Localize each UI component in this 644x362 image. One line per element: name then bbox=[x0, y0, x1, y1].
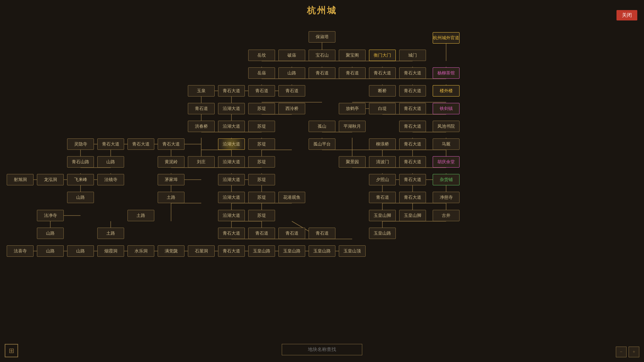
node-sudi3[interactable]: 苏堤 bbox=[248, 138, 275, 150]
node-gushan[interactable]: 孤山 bbox=[309, 121, 335, 132]
node-yanhu_dadao7[interactable]: 沿湖大道 bbox=[218, 210, 245, 221]
node-maojia_bu[interactable]: 茅家埠 bbox=[158, 174, 184, 185]
node-qingshidadao5[interactable]: 青石大道 bbox=[399, 121, 426, 132]
node-jingci_si[interactable]: 净慈寺 bbox=[433, 192, 460, 203]
node-gujing[interactable]: 古井 bbox=[433, 210, 460, 221]
node-yuhuang_shanding[interactable]: 玉皇山顶 bbox=[339, 245, 366, 257]
node-pomiao[interactable]: 破庙 bbox=[278, 50, 305, 61]
node-mafang[interactable]: 马厩 bbox=[433, 138, 460, 150]
node-feilai_feng[interactable]: 飞来峰 bbox=[67, 174, 94, 185]
node-qingshidao2[interactable]: 青石道 bbox=[339, 67, 366, 79]
node-hangzhou_wai[interactable]: 杭州城外官道 bbox=[433, 32, 460, 44]
node-qingshi_shanlu[interactable]: 青石山路 bbox=[67, 156, 94, 168]
node-huagang_guanyu[interactable]: 花港观鱼 bbox=[278, 192, 305, 203]
node-chengmen[interactable]: 城门 bbox=[399, 50, 426, 61]
search-input[interactable] bbox=[282, 344, 362, 355]
node-qingshidao5[interactable]: 青石道 bbox=[278, 85, 305, 97]
node-qingshi_dadao7[interactable]: 青石大道 bbox=[127, 138, 154, 150]
node-tulu2[interactable]: 土路 bbox=[127, 210, 154, 221]
node-henmen_damen[interactable]: 衡门大门 bbox=[369, 50, 396, 61]
node-faxiang_si[interactable]: 法喜寺 bbox=[7, 245, 34, 257]
node-shanlu2[interactable]: 山路 bbox=[97, 156, 124, 168]
zoom-plus-button[interactable]: + bbox=[629, 347, 639, 357]
node-qingshi_dadao10[interactable]: 青石大道 bbox=[399, 156, 426, 168]
node-yanhu_dadao2[interactable]: 沿湖大道 bbox=[218, 121, 245, 132]
node-sudi7[interactable]: 苏堤 bbox=[248, 210, 275, 221]
node-liulanqiao[interactable]: 柳浪桥 bbox=[369, 138, 396, 150]
node-shanlu3[interactable]: 山路 bbox=[67, 192, 94, 203]
node-tulu3[interactable]: 土路 bbox=[97, 228, 124, 239]
node-yanhu_dadao1[interactable]: 沿湖大道 bbox=[218, 103, 245, 114]
node-huqing_yutang[interactable]: 胡庆余堂 bbox=[433, 156, 460, 168]
node-yanhu_dadao6[interactable]: 沿湖大道 bbox=[218, 192, 245, 203]
node-qingshidao3[interactable]: 青石大道 bbox=[369, 67, 396, 79]
node-qingshi_dadao18[interactable]: 青石大道 bbox=[218, 245, 245, 257]
node-sudi4[interactable]: 苏堤 bbox=[248, 156, 275, 168]
node-yuhuang_shanlu[interactable]: 玉皇山路 bbox=[369, 228, 396, 239]
node-qingshi_dadao6[interactable]: 青石大道 bbox=[97, 138, 124, 150]
node-qingshi_dao12[interactable]: 青石道 bbox=[369, 192, 396, 203]
node-shexu_dong[interactable]: 射旭洞 bbox=[7, 174, 34, 185]
node-qingshidadao2[interactable]: 青石大道 bbox=[218, 85, 245, 97]
node-shanlu5[interactable]: 山路 bbox=[37, 245, 64, 257]
node-yuhuang_shanlu3[interactable]: 玉皇山路 bbox=[278, 245, 305, 257]
node-yanhu_dadao3[interactable]: 沿湖大道 bbox=[218, 138, 245, 150]
node-yuefeng[interactable]: 岳坟 bbox=[248, 50, 275, 61]
node-qingshi_dadao8[interactable]: 青石大道 bbox=[158, 138, 184, 150]
node-baidi[interactable]: 白堤 bbox=[369, 103, 396, 114]
node-tulu1[interactable]: 土路 bbox=[158, 192, 184, 203]
node-qingshi_dadao9[interactable]: 青石大道 bbox=[399, 138, 426, 150]
node-sudi5[interactable]: 苏堤 bbox=[248, 174, 275, 185]
node-qingshi_dadao11[interactable]: 青石大道 bbox=[399, 174, 426, 185]
node-yanxia_dong[interactable]: 烟霞洞 bbox=[97, 245, 124, 257]
node-manjuelong[interactable]: 满觉陇 bbox=[158, 245, 184, 257]
node-yanhu_dadao5[interactable]: 沿湖大道 bbox=[218, 174, 245, 185]
node-shanlu6[interactable]: 山路 bbox=[67, 245, 94, 257]
node-xilengqiao[interactable]: 西泠桥 bbox=[278, 103, 305, 114]
node-fanghe_ting[interactable]: 放鹤亭 bbox=[339, 103, 366, 114]
node-yangliu_chaguan[interactable]: 杨柳茶馆 bbox=[433, 67, 460, 79]
node-tiejian_zhen[interactable]: 铁剑镇 bbox=[433, 103, 460, 114]
node-louwaIou[interactable]: 楼外楼 bbox=[433, 85, 460, 97]
node-qingshi_dao16[interactable]: 青石道 bbox=[278, 228, 305, 239]
node-shanlu1[interactable]: 山路 bbox=[278, 67, 305, 79]
node-fajing_si2[interactable]: 法净寺 bbox=[37, 210, 64, 221]
node-jujing_yuan[interactable]: 聚景园 bbox=[339, 156, 366, 168]
node-qingshidao4[interactable]: 青石道 bbox=[248, 85, 275, 97]
node-zahuo_pu[interactable]: 杂货铺 bbox=[433, 174, 460, 185]
node-yuquan[interactable]: 玉泉 bbox=[188, 85, 215, 97]
node-jubaoige[interactable]: 聚宝阁 bbox=[339, 50, 366, 61]
node-baoshishan[interactable]: 宝石山 bbox=[309, 50, 335, 61]
node-yuhuang_shanlu2[interactable]: 玉皇山路 bbox=[248, 245, 275, 257]
node-liuzhuang[interactable]: 刘庄 bbox=[188, 156, 215, 168]
node-qingshi_dadao13[interactable]: 青石大道 bbox=[399, 192, 426, 203]
node-baosuta[interactable]: 保淑塔 bbox=[309, 31, 335, 43]
node-yuguan_shanjiao2[interactable]: 玉皇山脚 bbox=[399, 210, 426, 221]
node-shanlu4[interactable]: 山路 bbox=[37, 228, 64, 239]
node-shiwu_dong[interactable]: 石屋洞 bbox=[188, 245, 215, 257]
zoom-minus-button[interactable]: − bbox=[616, 347, 627, 357]
node-qingshidadao3[interactable]: 青石大道 bbox=[399, 85, 426, 97]
node-yanhu_dadao4[interactable]: 沿湖大道 bbox=[218, 156, 245, 168]
node-qingshi_dao17[interactable]: 青石道 bbox=[309, 228, 335, 239]
node-hongchunqiao[interactable]: 洪春桥 bbox=[188, 121, 215, 132]
node-lingyin_si[interactable]: 灵隐寺 bbox=[67, 138, 94, 150]
node-sudi2[interactable]: 苏堤 bbox=[248, 121, 275, 132]
node-qingbo_men[interactable]: 清波门 bbox=[369, 156, 396, 168]
node-sudi1[interactable]: 苏堤 bbox=[248, 103, 275, 114]
node-huangni_ling[interactable]: 黄泥岭 bbox=[158, 156, 184, 168]
node-qingshidao6[interactable]: 青石道 bbox=[188, 103, 215, 114]
node-qingshi_dao15[interactable]: 青石道 bbox=[248, 228, 275, 239]
node-qingshidadao1[interactable]: 青石大道 bbox=[399, 67, 426, 79]
node-yuhuang_shanjiao[interactable]: 玉皇山脚 bbox=[369, 210, 396, 221]
node-qingshidadao4[interactable]: 青石大道 bbox=[399, 103, 426, 114]
node-longpan_dong[interactable]: 龙泓洞 bbox=[37, 174, 64, 185]
node-yuemiao[interactable]: 岳庙 bbox=[248, 67, 275, 79]
search-bar[interactable] bbox=[282, 344, 362, 355]
node-duanqiao[interactable]: 断桥 bbox=[369, 85, 396, 97]
node-shuiledong[interactable]: 水乐洞 bbox=[127, 245, 154, 257]
node-sudi6[interactable]: 苏堤 bbox=[248, 192, 275, 203]
node-fengchi_shuyuan[interactable]: 凤池书院 bbox=[433, 121, 460, 132]
node-gushan_pingtai[interactable]: 孤山平台 bbox=[309, 138, 335, 150]
node-xizhao_shan[interactable]: 夕照山 bbox=[369, 174, 396, 185]
